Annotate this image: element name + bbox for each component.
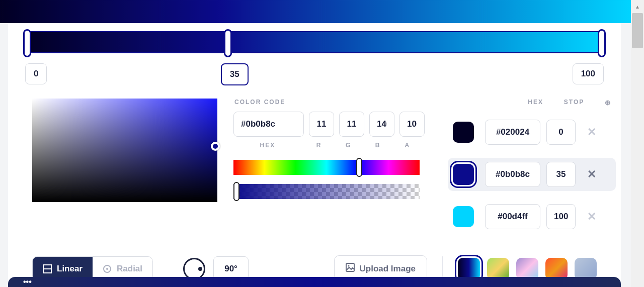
b-input[interactable] bbox=[369, 112, 394, 137]
linear-icon bbox=[43, 264, 52, 273]
a-sublabel: A bbox=[395, 142, 420, 149]
gradient-preview-banner bbox=[0, 0, 631, 23]
scrollbar-thumb[interactable] bbox=[632, 13, 643, 48]
preset-4[interactable] bbox=[575, 258, 597, 280]
stop-hex-input-1[interactable] bbox=[485, 162, 540, 187]
b-sublabel: B bbox=[366, 142, 390, 149]
scroll-up-arrow-icon[interactable]: ▲ bbox=[631, 0, 644, 13]
g-sublabel: G bbox=[336, 142, 361, 149]
preset-1[interactable] bbox=[487, 258, 509, 280]
gradient-stop-handle-0[interactable] bbox=[23, 29, 31, 57]
saturation-value-picker[interactable] bbox=[32, 99, 217, 202]
color-code-label: COLOR CODE bbox=[234, 99, 285, 106]
stop-row-1: ✕ bbox=[448, 158, 616, 191]
stop-pos-input-2[interactable] bbox=[546, 204, 576, 229]
gradient-stop-handle-2[interactable] bbox=[598, 29, 606, 57]
preset-0[interactable] bbox=[458, 258, 480, 280]
vertical-scrollbar[interactable]: ▲ bbox=[631, 0, 644, 287]
stop-pos-input-0[interactable] bbox=[546, 120, 576, 145]
linear-label: Linear bbox=[57, 264, 83, 274]
hex-sublabel: HEX bbox=[233, 142, 302, 149]
stop-swatch-2[interactable] bbox=[453, 206, 474, 227]
stop-swatch-0[interactable] bbox=[453, 122, 474, 143]
stop-pos-input-1[interactable] bbox=[546, 162, 576, 187]
angle-dial-indicator bbox=[198, 267, 202, 271]
sv-cursor[interactable] bbox=[211, 142, 220, 151]
preset-2[interactable] bbox=[516, 258, 538, 280]
gradient-editor-panel: 0 35 100 COLOR CODE HEX R G B A bbox=[8, 23, 621, 287]
footer-dots-icon: ••• bbox=[23, 277, 84, 287]
svg-point-3 bbox=[106, 268, 108, 270]
radial-icon bbox=[103, 264, 112, 273]
gradient-stop-handle-1[interactable] bbox=[224, 29, 232, 57]
hue-handle[interactable] bbox=[356, 158, 362, 177]
delete-stop-icon-2[interactable]: ✕ bbox=[586, 210, 598, 223]
hex-input[interactable] bbox=[233, 112, 304, 137]
alpha-handle[interactable] bbox=[233, 182, 239, 201]
delete-stop-icon-0[interactable]: ✕ bbox=[586, 126, 598, 139]
radial-label: Radial bbox=[117, 264, 142, 274]
preset-3[interactable] bbox=[545, 258, 568, 280]
r-input[interactable] bbox=[309, 112, 334, 137]
g-input[interactable] bbox=[339, 112, 364, 137]
stop-hex-input-2[interactable] bbox=[485, 204, 540, 229]
r-sublabel: R bbox=[307, 142, 332, 149]
footer-bar: ••• bbox=[8, 277, 621, 287]
stop-hex-input-0[interactable] bbox=[485, 120, 540, 145]
stop-position-input-1[interactable]: 35 bbox=[221, 63, 249, 85]
svg-rect-4 bbox=[346, 263, 354, 271]
stop-position-input-2[interactable]: 100 bbox=[573, 63, 604, 84]
a-input[interactable] bbox=[399, 112, 425, 137]
stops-stop-header: STOP bbox=[557, 99, 591, 107]
svg-point-5 bbox=[348, 265, 349, 267]
stop-row-0: ✕ bbox=[448, 116, 616, 149]
gradient-track[interactable] bbox=[25, 31, 604, 53]
alpha-overlay bbox=[233, 184, 420, 199]
alpha-slider[interactable] bbox=[233, 184, 420, 199]
angle-dial[interactable] bbox=[183, 258, 205, 280]
stop-row-2: ✕ bbox=[448, 200, 616, 233]
stop-position-input-0[interactable]: 0 bbox=[25, 63, 47, 84]
delete-stop-icon-1[interactable]: ✕ bbox=[586, 168, 598, 181]
stop-swatch-1[interactable] bbox=[453, 164, 474, 185]
upload-label: Upload Image bbox=[360, 264, 416, 274]
stops-hex-header: HEX bbox=[478, 99, 543, 107]
hue-slider[interactable] bbox=[233, 160, 420, 175]
image-icon bbox=[346, 263, 355, 274]
add-stop-icon[interactable]: ⊕ bbox=[601, 99, 616, 107]
